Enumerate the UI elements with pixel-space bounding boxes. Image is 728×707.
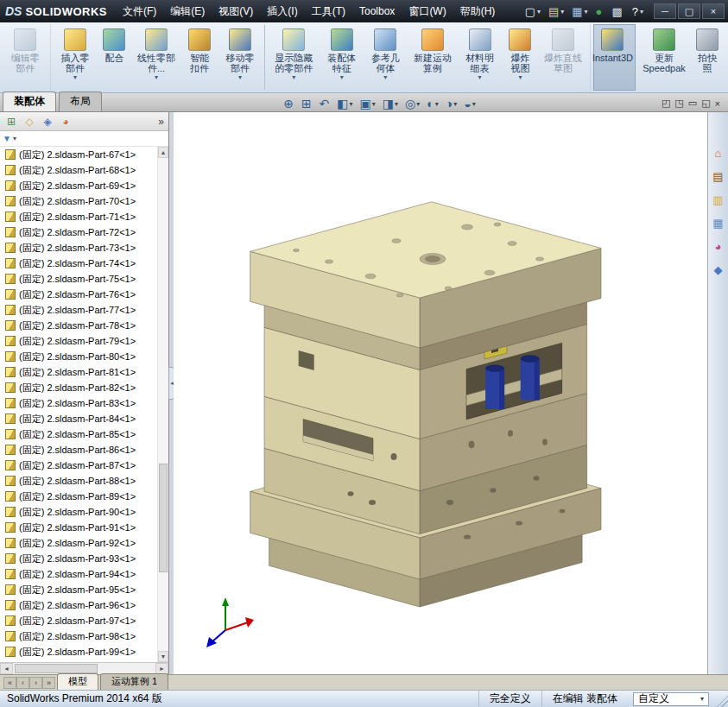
menu-item[interactable]: 编辑(E) <box>163 0 212 23</box>
tree-item[interactable]: (固定) 2.sldasm-Part-82<1> <box>0 380 157 395</box>
tab-scroll-first-icon[interactable]: « <box>3 677 16 689</box>
view-orientation-icon[interactable]: ▣ ▾ <box>358 97 378 110</box>
tree-item[interactable]: (固定) 2.sldasm-Part-83<1> <box>0 395 157 411</box>
tree-item[interactable]: (固定) 2.sldasm-Part-94<1> <box>0 566 157 582</box>
ribbon-button[interactable]: 配合 <box>97 24 131 91</box>
ribbon-button[interactable]: 插入零部件 ▾ <box>54 24 98 91</box>
graphics-area[interactable] <box>174 112 707 674</box>
tree-item[interactable]: (固定) 2.sldasm-Part-68<1> <box>0 162 157 178</box>
open-icon[interactable]: ▤ ▾ <box>545 4 567 19</box>
document-tab[interactable]: 模型 <box>57 673 98 690</box>
tree-item[interactable]: (固定) 2.sldasm-Part-77<1> <box>0 302 157 318</box>
tree-item[interactable]: (固定) 2.sldasm-Part-89<1> <box>0 489 157 504</box>
doc-minimize-icon[interactable]: ▭ <box>687 98 698 109</box>
tree-item[interactable]: (固定) 2.sldasm-Part-95<1> <box>0 582 157 597</box>
document-tab[interactable]: 运动算例 1 <box>100 673 168 690</box>
menu-item[interactable]: 工具(T) <box>305 0 352 23</box>
tree-item[interactable]: (固定) 2.sldasm-Part-80<1> <box>0 349 157 364</box>
tree-item[interactable]: (固定) 2.sldasm-Part-91<1> <box>0 520 157 535</box>
save-icon[interactable]: ▦ ▾ <box>568 4 591 19</box>
tab-scroll-prev-icon[interactable]: ‹ <box>16 677 29 689</box>
apply-scene-icon[interactable]: ◑ ▾ <box>443 97 459 110</box>
scrollbar-thumb[interactable] <box>159 464 168 572</box>
ribbon-button[interactable]: 参考几何体 ▾ <box>364 24 408 91</box>
doc-restore-icon[interactable]: ◱ <box>700 98 711 109</box>
file-explorer-icon[interactable]: ▥ <box>711 192 726 207</box>
custom-views-combo[interactable]: 自定义 ▾ <box>633 692 709 706</box>
tree-item[interactable]: (固定) 2.sldasm-Part-85<1> <box>0 426 157 442</box>
propertymanager-tab-icon[interactable]: ◇ <box>22 115 36 129</box>
tree-item[interactable]: (固定) 2.sldasm-Part-98<1> <box>0 628 157 644</box>
close-button[interactable]: × <box>702 3 725 19</box>
zoom-fit-icon[interactable]: ⊕ <box>281 97 297 110</box>
tree-horizontal-scrollbar[interactable]: ◄ ► <box>0 662 168 674</box>
zoom-area-icon[interactable]: ⊞ <box>299 97 315 110</box>
ribbon-button[interactable]: Instant3D <box>593 24 636 91</box>
ribbon-button[interactable]: 编辑零部件 <box>3 24 51 91</box>
displaymanager-tab-icon[interactable]: ◕ <box>59 115 73 129</box>
scrollbar-track[interactable] <box>158 158 168 651</box>
menu-item[interactable]: 插入(I) <box>260 0 304 23</box>
menu-item[interactable]: 窗口(W) <box>402 0 453 23</box>
ribbon-button[interactable]: 材料明细表 ▾ <box>458 24 502 91</box>
view-settings-icon[interactable]: ◒ ▾ <box>461 97 478 110</box>
tree-item[interactable]: (固定) 2.sldasm-Part-74<1> <box>0 256 157 271</box>
view-palette-icon[interactable]: ▦ <box>711 215 726 230</box>
menu-item[interactable]: 文件(F) <box>116 0 163 23</box>
tree-item[interactable]: (固定) 2.sldasm-Part-75<1> <box>0 271 157 287</box>
ribbon-button[interactable]: 装配体特征 ▾ <box>320 24 364 91</box>
previous-view-icon[interactable]: ↶ <box>317 97 333 110</box>
tree-item[interactable]: (固定) 2.sldasm-Part-87<1> <box>0 458 157 473</box>
tab-scroll-last-icon[interactable]: » <box>42 677 55 689</box>
ribbon-button[interactable]: 爆炸视图 ▾ <box>502 24 539 91</box>
scrollbar-thumb[interactable] <box>15 664 98 673</box>
tree-item[interactable]: (固定) 2.sldasm-Part-84<1> <box>0 411 157 426</box>
design-library-icon[interactable]: ▤ <box>711 168 726 184</box>
ribbon-button[interactable]: 智能扣件 <box>181 24 218 91</box>
new-document-icon[interactable]: ▢ ▾ <box>522 4 544 19</box>
scroll-left-icon[interactable]: ◄ <box>0 663 13 674</box>
doc-close-icon[interactable]: × <box>714 98 721 109</box>
tree-item[interactable]: (固定) 2.sldasm-Part-78<1> <box>0 318 157 333</box>
tree-item[interactable]: (固定) 2.sldasm-Part-88<1> <box>0 473 157 489</box>
appearances-icon[interactable]: ◕ <box>711 238 726 254</box>
tree-vertical-scrollbar[interactable]: ▲ ▼ <box>157 147 168 662</box>
help-icon[interactable]: ? ▾ <box>629 4 647 19</box>
section-view-icon[interactable]: ◧ ▾ <box>334 97 355 110</box>
tab-scroll-next-icon[interactable]: › <box>29 677 42 689</box>
menu-item[interactable]: 帮助(H) <box>453 0 503 23</box>
tree-item[interactable]: (固定) 2.sldasm-Part-76<1> <box>0 287 157 302</box>
taskpane-home-icon[interactable]: ⌂ <box>711 145 726 161</box>
pane-left-icon[interactable]: ◰ <box>661 98 671 109</box>
scrollbar-track[interactable] <box>13 663 155 674</box>
tree-item[interactable]: (固定) 2.sldasm-Part-92<1> <box>0 535 157 551</box>
tree-item[interactable]: (固定) 2.sldasm-Part-69<1> <box>0 178 157 193</box>
edit-appearance-icon[interactable]: ◐ ▾ <box>424 97 440 110</box>
scroll-down-icon[interactable]: ▼ <box>158 651 168 662</box>
tree-item[interactable]: (固定) 2.sldasm-Part-79<1> <box>0 333 157 349</box>
ribbon-button[interactable]: 爆炸直线草图 <box>539 24 591 91</box>
menu-item[interactable]: Toolbox <box>352 1 402 22</box>
tree-item[interactable]: (固定) 2.sldasm-Part-93<1> <box>0 551 157 566</box>
ribbon-button[interactable]: 线性零部件... ▾ <box>131 24 180 91</box>
panel-expand-button[interactable]: » <box>158 116 164 128</box>
ribbon-button[interactable]: 显示隐藏的零部件 ▾ <box>268 24 320 91</box>
menu-item[interactable]: 视图(V) <box>212 0 260 23</box>
tree-item[interactable]: (固定) 2.sldasm-Part-86<1> <box>0 442 157 458</box>
ribbon-button[interactable]: 更新 Speedpak <box>638 24 690 91</box>
commandmanager-tab[interactable]: 装配体 <box>3 92 56 111</box>
rebuild-icon[interactable]: ● <box>592 4 608 19</box>
ribbon-button[interactable]: 新建运动算例 <box>408 24 458 91</box>
tree-item[interactable]: (固定) 2.sldasm-Part-73<1> <box>0 240 157 256</box>
scroll-up-icon[interactable]: ▲ <box>158 147 168 158</box>
hide-show-items-icon[interactable]: ◎ ▾ <box>402 97 422 110</box>
tree-item[interactable]: (固定) 2.sldasm-Part-99<1> <box>0 644 157 660</box>
tree-item[interactable]: (固定) 2.sldasm-Part-71<1> <box>0 209 157 224</box>
configurationmanager-tab-icon[interactable]: ◈ <box>41 115 54 129</box>
custom-properties-icon[interactable]: ◆ <box>711 262 726 277</box>
minimize-button[interactable]: ─ <box>654 3 676 19</box>
tree-item[interactable]: (固定) 2.sldasm-Part-90<1> <box>0 504 157 520</box>
options-icon[interactable]: ▩ <box>608 4 627 19</box>
tree-item[interactable]: (固定) 2.sldasm-Part-70<1> <box>0 193 157 209</box>
ribbon-button[interactable]: 拍快照 <box>690 24 725 91</box>
